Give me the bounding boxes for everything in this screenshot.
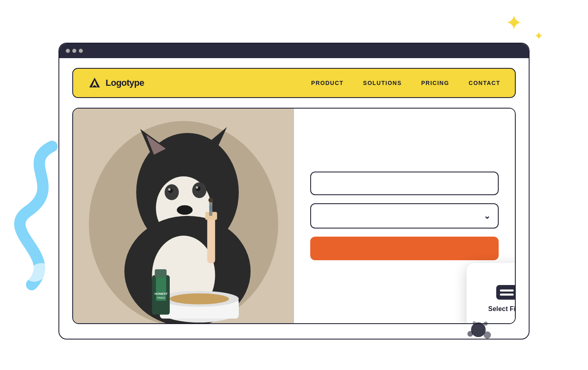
- svg-point-36: [484, 322, 488, 326]
- select-field-popup: Select Field: [466, 262, 516, 324]
- nav-item-solutions[interactable]: SOLUTIONS: [363, 80, 402, 86]
- page-background: ✦ ✦ Logotype: [0, 0, 588, 370]
- nav-item-product[interactable]: PRODUCT: [311, 80, 344, 86]
- svg-point-15: [196, 186, 198, 189]
- svg-point-23: [170, 293, 229, 304]
- browser-titlebar: [59, 44, 529, 58]
- squiggle-decoration: [11, 138, 64, 293]
- submit-button[interactable]: [310, 237, 499, 260]
- icon-line-top: [500, 289, 514, 292]
- titlebar-dot-3: [79, 49, 83, 53]
- image-section: HONEST PAWS: [73, 109, 294, 323]
- svg-point-33: [210, 205, 212, 211]
- ink-splatter-decoration: [462, 316, 495, 346]
- svg-point-32: [208, 198, 213, 202]
- select-field-label: Select Field: [488, 305, 516, 313]
- browser-window: Logotype PRODUCT SOLUTIONS PRICING CONTA…: [58, 43, 530, 340]
- svg-point-34: [471, 322, 486, 337]
- svg-point-35: [467, 331, 473, 337]
- svg-rect-29: [207, 216, 215, 263]
- logo-icon: [88, 76, 102, 90]
- star-large-icon: ✦: [505, 12, 523, 33]
- titlebar-dot-1: [66, 49, 70, 53]
- browser-content: Logotype PRODUCT SOLUTIONS PRICING CONTA…: [59, 58, 529, 339]
- svg-point-38: [473, 321, 476, 324]
- svg-text:HONEST: HONEST: [154, 292, 168, 296]
- titlebar-dot-2: [72, 49, 76, 53]
- form-section: ⌄ Select Field: [294, 109, 515, 323]
- nav-item-contact[interactable]: CONTACT: [469, 80, 500, 86]
- svg-point-14: [168, 188, 171, 191]
- icon-line-bottom: [500, 294, 514, 296]
- select-field-icon: [496, 285, 516, 300]
- main-content: HONEST PAWS: [72, 108, 516, 324]
- svg-text:PAWS: PAWS: [157, 296, 165, 299]
- text-input[interactable]: [310, 172, 499, 195]
- select-dropdown[interactable]: [310, 203, 499, 229]
- star-small-icon: ✦: [534, 30, 543, 42]
- logo-area: Logotype: [88, 76, 144, 90]
- svg-rect-25: [155, 269, 166, 277]
- nav-links: PRODUCT SOLUTIONS PRICING CONTACT: [311, 80, 500, 86]
- svg-point-16: [177, 205, 192, 215]
- navbar: Logotype PRODUCT SOLUTIONS PRICING CONTA…: [72, 68, 516, 98]
- svg-point-37: [484, 331, 491, 339]
- select-wrapper: ⌄: [310, 203, 499, 229]
- nav-item-pricing[interactable]: PRICING: [421, 80, 449, 86]
- logo-text: Logotype: [106, 78, 144, 88]
